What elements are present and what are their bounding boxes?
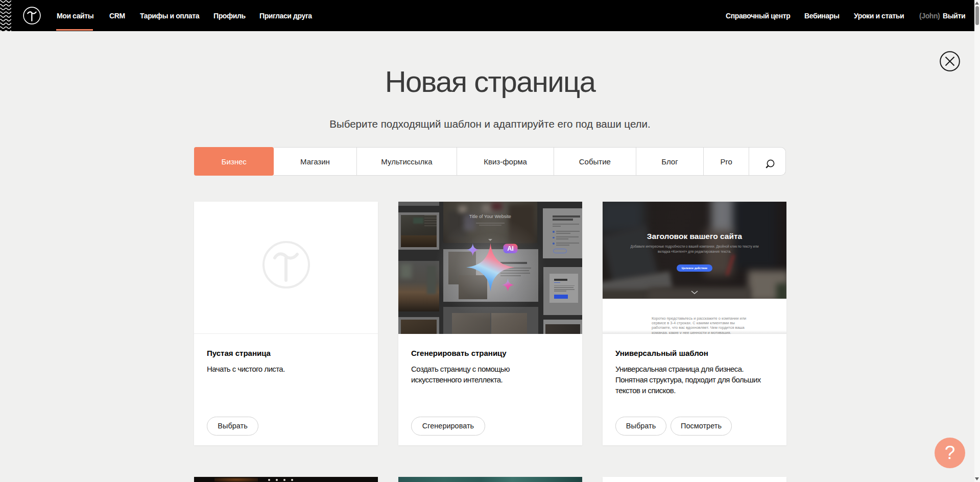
svg-text:AI: AI [507,245,514,252]
